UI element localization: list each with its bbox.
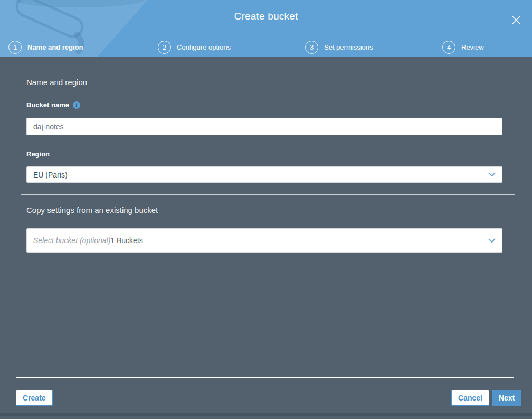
cancel-button[interactable]: Cancel — [451, 390, 489, 406]
bucket-name-label-text: Bucket name — [26, 101, 69, 109]
step-review[interactable]: 4 Review — [442, 41, 484, 54]
chevron-down-icon — [488, 238, 496, 243]
section-divider — [21, 194, 515, 195]
bucket-count-text: 1 Buckets — [110, 236, 142, 245]
close-icon[interactable] — [510, 14, 522, 26]
step-configure-options[interactable]: 2 Configure options — [158, 41, 231, 54]
create-button[interactable]: Create — [16, 390, 53, 406]
copy-settings-heading: Copy settings from an existing bucket — [26, 206, 158, 215]
info-icon[interactable]: i — [73, 101, 80, 109]
step-number: 3 — [305, 41, 318, 54]
modal-title: Create bucket — [234, 11, 298, 22]
section-heading-name-region: Name and region — [26, 78, 87, 87]
region-selected-value: EU (Paris) — [33, 171, 68, 179]
step-label: Review — [461, 43, 484, 51]
modal-body: Name and region Bucket name i Region EU … — [0, 57, 532, 416]
bucket-name-input[interactable] — [26, 118, 502, 135]
step-set-permissions[interactable]: 3 Set permissions — [305, 41, 373, 54]
region-label: Region — [26, 150, 50, 158]
next-button[interactable]: Next — [492, 390, 521, 406]
modal-header: Create bucket 1 Name and region 2 Config… — [0, 0, 532, 57]
step-label: Set permissions — [324, 43, 373, 51]
region-select[interactable]: EU (Paris) — [26, 166, 502, 183]
step-name-and-region[interactable]: 1 Name and region — [8, 41, 83, 54]
bottom-edge-strip — [0, 413, 532, 416]
copy-bucket-placeholder: Select bucket (optional) — [33, 236, 110, 245]
step-number: 1 — [8, 41, 22, 54]
region-label-text: Region — [26, 150, 50, 158]
bucket-name-label: Bucket name i — [26, 101, 80, 109]
copy-bucket-select[interactable]: Select bucket (optional) 1 Buckets — [26, 228, 502, 253]
footer-divider — [16, 377, 514, 378]
step-number: 2 — [158, 41, 171, 54]
chevron-down-icon — [488, 172, 496, 177]
step-label: Configure options — [177, 43, 231, 51]
step-number: 4 — [442, 41, 455, 54]
step-label: Name and region — [27, 43, 83, 51]
